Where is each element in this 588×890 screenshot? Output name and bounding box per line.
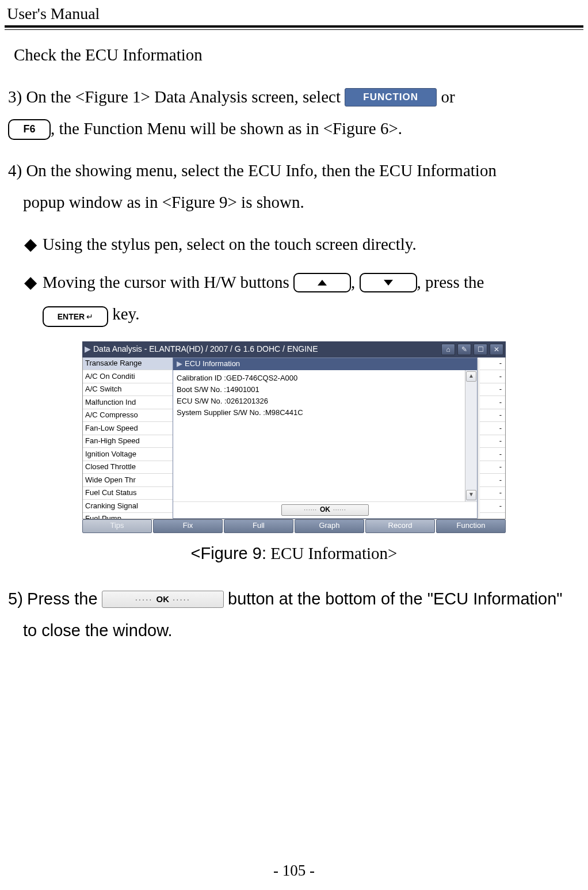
step3-or: or <box>441 88 455 106</box>
scroll-up-icon[interactable]: ▲ <box>466 371 476 382</box>
value-column: - - - - - - - - - - - - - <box>480 357 505 519</box>
bullet2-comma: , <box>351 273 355 291</box>
record-button[interactable]: Record <box>365 519 435 533</box>
step3-number: 3) <box>8 81 22 113</box>
list-item[interactable]: Closed Throttle <box>83 461 173 474</box>
step4-line2: popup window as in <Figure 9> is shown. <box>23 187 304 218</box>
value-cell: - <box>480 448 505 461</box>
function-button[interactable]: FUNCTION <box>345 88 437 107</box>
scroll-down-icon[interactable]: ▼ <box>466 490 476 500</box>
popup-body: Calibration ID :GED-746CQS2-A000 Boot S/… <box>173 370 477 501</box>
popup-line: Calibration ID :GED-746CQS2-A000 <box>177 372 461 384</box>
header-rule <box>5 25 583 30</box>
bullet2-text: Moving the cursor with H/W buttons , , p… <box>43 267 580 330</box>
step-4: 4) On the showing menu, select the ECU I… <box>8 155 580 218</box>
value-cell: - <box>480 396 505 409</box>
close-icon[interactable]: ✕ <box>490 344 503 355</box>
svg-marker-0 <box>318 280 327 286</box>
popup-footer: OK <box>173 501 477 518</box>
step4-line1: On the showing menu, select the ECU Info… <box>26 161 496 180</box>
list-item[interactable]: Malfunction Ind <box>83 396 173 409</box>
bullet1-text: Using the stylus pen, select on the touc… <box>43 229 580 260</box>
function-bottom-button[interactable]: Function <box>436 519 506 533</box>
popup-line: Boot S/W No. :14901001 <box>177 384 461 395</box>
graph-button[interactable]: Graph <box>295 519 364 533</box>
list-item[interactable]: Fan-High Speed <box>83 435 173 448</box>
bullet2-post: , press the <box>417 273 484 291</box>
popup-content: Calibration ID :GED-746CQS2-A000 Boot S/… <box>173 370 465 501</box>
arrow-up-key[interactable] <box>293 273 351 292</box>
step3-tail: , the Function Menu will be shown as in … <box>51 119 402 138</box>
popup-scrollbar[interactable]: ▲ ▼ <box>465 370 477 501</box>
enter-key[interactable]: ENTER↵ <box>43 306 108 327</box>
list-item[interactable]: Wide Open Thr <box>83 474 173 487</box>
arrow-down-key[interactable] <box>360 273 417 292</box>
ok-label: OK <box>132 591 194 608</box>
list-item[interactable]: Transaxle Range <box>83 357 173 371</box>
section-heading: Check the ECU Information <box>14 39 580 71</box>
bullet-mark-icon: ◆ <box>24 267 43 298</box>
caption-head: <Figure 9: <box>191 544 266 562</box>
step5-mid: button at the bottom of the "ECU Informa… <box>228 589 563 608</box>
figure-9: ▶ Data Analysis - ELANTRA(HD) / 2007 / G… <box>82 341 506 533</box>
header-title: User's Manual <box>7 5 100 23</box>
titlebar-arrow-icon: ▶ <box>85 341 91 357</box>
value-cell: - <box>480 500 505 513</box>
step5-pre: Press the <box>27 589 98 608</box>
ok-button[interactable]: OK <box>102 591 224 608</box>
window-icon[interactable]: ☐ <box>474 344 487 355</box>
list-item[interactable]: Fuel Cut Status <box>83 487 173 500</box>
list-item[interactable]: A/C Switch <box>83 383 173 397</box>
ok-label: OK <box>301 503 349 516</box>
figure-caption: <Figure 9: ECU Information> <box>8 538 580 569</box>
value-cell: - <box>480 474 505 487</box>
page: User's Manual Check the ECU Information … <box>0 0 588 890</box>
value-cell: - <box>480 409 505 423</box>
body: Check the ECU Information 3) On the <Fig… <box>5 39 583 646</box>
value-cell: - <box>480 487 505 500</box>
popup-line: System Supplier S/W No. :M98C441C <box>177 407 461 419</box>
data-list[interactable]: Transaxle Range A/C On Conditi A/C Switc… <box>83 357 173 519</box>
tips-button[interactable]: Tips <box>82 519 152 533</box>
page-number: - 105 - <box>0 862 588 880</box>
list-item[interactable]: Cranking Signal <box>83 500 173 513</box>
step3-text-pre: On the <Figure 1> Data Analysis screen, … <box>26 88 341 106</box>
list-item[interactable]: A/C Compresso <box>83 409 173 423</box>
bullet-1: ◆ Using the stylus pen, select on the to… <box>24 229 580 260</box>
popup-arrow-icon: ▶ <box>177 357 182 371</box>
app-body: Transaxle Range A/C On Conditi A/C Switc… <box>82 357 506 519</box>
list-item[interactable]: Fuel Pump <box>83 513 173 519</box>
value-cell: - <box>480 370 505 383</box>
step4-number: 4) <box>8 155 22 187</box>
enter-key-label: ENTER <box>58 309 85 325</box>
ecu-info-popup: ▶ ECU Information Calibration ID :GED-74… <box>173 357 478 519</box>
list-item[interactable]: Fan-Low Speed <box>83 422 173 435</box>
step-5: 5) Press the OK button at the bottom of … <box>8 583 580 646</box>
popup-titlebar: ▶ ECU Information <box>173 358 477 370</box>
list-item[interactable]: Ignition Voltage <box>83 448 173 461</box>
bottom-toolbar: Tips Fix Full Graph Record Function <box>82 519 506 533</box>
bullet-2: ◆ Moving the cursor with H/W buttons , ,… <box>24 267 580 330</box>
popup-title-text: ECU Information <box>185 357 240 371</box>
step-3: 3) On the <Figure 1> Data Analysis scree… <box>8 81 580 144</box>
step5-tail: to close the window. <box>23 615 173 646</box>
value-cell: - <box>480 422 505 435</box>
f6-key[interactable]: F6 <box>8 119 51 140</box>
step5-number: 5) <box>8 583 23 615</box>
full-button[interactable]: Full <box>224 519 293 533</box>
home-icon[interactable]: ⌂ <box>441 344 455 355</box>
tool-icon[interactable]: ✎ <box>457 344 471 355</box>
caption-tail: ECU Information> <box>270 544 397 562</box>
svg-marker-1 <box>384 280 393 286</box>
app-titlebar: ▶ Data Analysis - ELANTRA(HD) / 2007 / G… <box>82 341 506 357</box>
bullet-mark-icon: ◆ <box>24 229 43 260</box>
fix-button[interactable]: Fix <box>153 519 223 533</box>
header: User's Manual <box>5 5 583 24</box>
popup-ok-button[interactable]: OK <box>281 504 369 516</box>
value-cell: - <box>480 383 505 397</box>
value-cell: - <box>480 357 505 371</box>
bullet2-pre: Moving the cursor with H/W buttons <box>43 273 289 291</box>
bullet2-tail: key. <box>112 305 139 323</box>
list-item[interactable]: A/C On Conditi <box>83 370 173 383</box>
value-cell: - <box>480 435 505 448</box>
